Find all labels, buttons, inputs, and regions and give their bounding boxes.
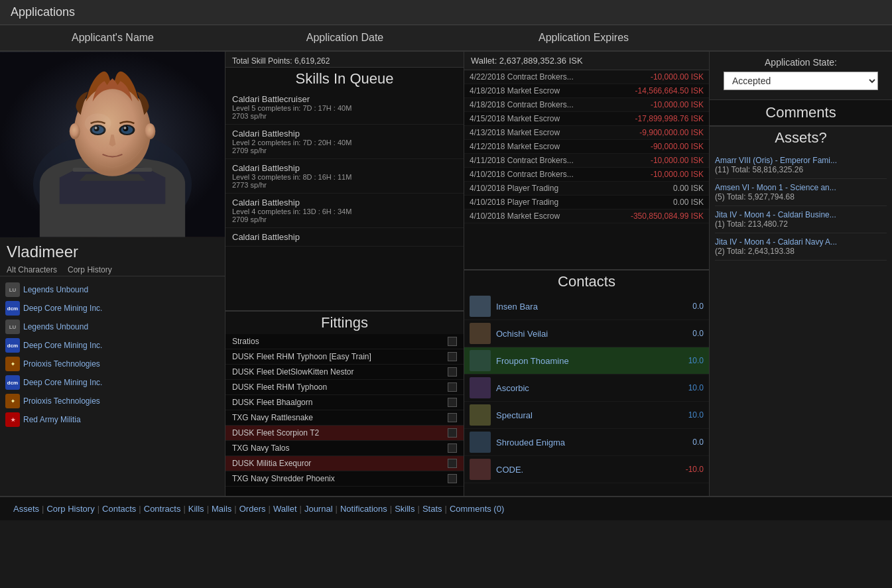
corp-link[interactable]: Deep Core Mining Inc. <box>23 304 102 313</box>
wallet-date: 4/11/2018 Contract Brokers... <box>470 156 574 165</box>
wallet-row: 4/10/2018 Player Trading0.00 ISK <box>464 196 709 209</box>
nav-link-notifications[interactable]: Notifications <box>340 504 387 514</box>
nav-link-corphistory[interactable]: Corp History <box>46 504 94 514</box>
contact-row[interactable]: Spectural10.0 <box>464 402 709 429</box>
fitting-checkbox[interactable] <box>448 382 457 392</box>
nav-separator: | <box>268 504 270 514</box>
contact-name: Ochishi Veilai <box>496 329 677 339</box>
fitting-checkbox[interactable] <box>448 459 457 468</box>
fitting-name: TXG Navy Rattlesnake <box>232 413 313 422</box>
nav-link-skills[interactable]: Skills <box>395 504 414 514</box>
fitting-checkbox[interactable] <box>448 352 457 361</box>
history-item: ✦Proioxis Technologies <box>4 355 221 373</box>
history-item: ★Red Army Militia <box>4 410 221 429</box>
wallet-amount: -9,900,000.00 ISK <box>639 128 704 137</box>
asset-location: Jita IV - Moon 4 - Caldari Navy A... <box>715 237 887 247</box>
asset-total: (1) Total: 213,480.72 <box>715 219 887 229</box>
contact-standing: 10.0 <box>677 383 704 392</box>
fitting-name: DUSK Fleet RHM Typhoon [Easy Train] <box>232 352 371 361</box>
nav-link-assets[interactable]: Assets <box>13 504 39 514</box>
wallet-date: 4/22/2018 Contract Brokers... <box>470 72 574 82</box>
skill-detail2: 2773 sp/hr <box>232 181 457 189</box>
right-panel: Wallet: 2,637,889,352.36 ISK 4/22/2018 C… <box>464 52 710 496</box>
corp-link[interactable]: Deep Core Mining Inc. <box>23 378 102 387</box>
asset-item: Amsen VI - Moon 1 - Science an...(5) Tot… <box>715 179 887 206</box>
asset-total: (2) Total: 2,643,193.38 <box>715 247 887 256</box>
fitting-checkbox[interactable] <box>448 474 457 483</box>
skill-detail2: 2703 sp/hr <box>232 112 457 120</box>
wallet-date: 4/10/2018 Player Trading <box>470 198 562 207</box>
fitting-item[interactable]: DUSK Fleet Bhaalgorn <box>225 395 464 410</box>
total-sp: Total Skill Points: 6,619,262 <box>232 56 330 66</box>
fitting-checkbox[interactable] <box>448 398 457 407</box>
corp-link[interactable]: Deep Core Mining Inc. <box>23 341 102 350</box>
wallet-row: 4/12/2018 Market Escrow-90,000.00 ISK <box>464 140 709 154</box>
fitting-item[interactable]: DUSK Fleet RHM Typhoon [Easy Train] <box>225 349 464 365</box>
nav-link-comments0[interactable]: Comments (0) <box>450 504 504 514</box>
wallet-amount: -350,850,084.99 ISK <box>631 211 704 221</box>
skills-list: Caldari BattlecruiserLevel 5 completes i… <box>225 90 464 310</box>
nav-link-contracts[interactable]: Contracts <box>144 504 181 514</box>
fitting-item[interactable]: Stratios <box>225 334 464 349</box>
wallet-row: 4/13/2018 Market Escrow-9,900,000.00 ISK <box>464 126 709 140</box>
contact-row[interactable]: Ascorbic10.0 <box>464 375 709 402</box>
contact-row[interactable]: CODE.-10.0 <box>464 456 709 483</box>
fitting-item[interactable]: DUSK Militia Exequror <box>225 456 464 471</box>
app-state-select[interactable]: AcceptedRejectedPending <box>724 72 878 90</box>
contacts-section: Contacts Insen Bara0.0Ochishi Veilai0.0F… <box>464 269 709 496</box>
asset-location: Jita IV - Moon 4 - Caldari Busine... <box>715 210 887 219</box>
history-item: dcmDeep Core Mining Inc. <box>4 336 221 355</box>
nav-link-stats[interactable]: Stats <box>422 504 442 514</box>
nav-separator: | <box>183 504 185 514</box>
wallet-row: 4/18/2018 Market Escrow-14,566,664.50 IS… <box>464 84 709 98</box>
history-item: dcmDeep Core Mining Inc. <box>4 299 221 318</box>
corp-link[interactable]: Red Army Militia <box>23 415 81 424</box>
contact-avatar <box>470 323 491 344</box>
wallet-row: 4/22/2018 Contract Brokers...-10,000.00 … <box>464 70 709 84</box>
nav-link-mails[interactable]: Mails <box>212 504 231 514</box>
contact-row[interactable]: Shrouded Enigma0.0 <box>464 429 709 456</box>
contacts-title: Contacts <box>464 269 709 293</box>
corp-link[interactable]: Legends Unbound <box>23 285 88 294</box>
corp-link[interactable]: Proioxis Technologies <box>23 359 100 369</box>
corp-link[interactable]: Legends Unbound <box>23 322 88 331</box>
col-header-expires: Application Expires <box>464 32 703 44</box>
avatar-area <box>0 52 225 237</box>
contact-standing: 10.0 <box>677 356 704 365</box>
skill-detail2: 2709 sp/hr <box>232 147 457 154</box>
corp-icon: ✦ <box>5 357 20 371</box>
contact-row[interactable]: Ochishi Veilai0.0 <box>464 320 709 347</box>
tab-corp-history[interactable]: Corp History <box>68 264 112 276</box>
fitting-item[interactable]: TXG Navy Shredder Phoenix <box>225 471 464 487</box>
contact-standing: 10.0 <box>677 410 704 420</box>
skill-detail1: Level 2 completes in: 7D : 20H : 40M <box>232 139 457 147</box>
nav-link-wallet[interactable]: Wallet <box>273 504 297 514</box>
alt-corp-tabs: Alt Characters Corp History <box>0 264 225 276</box>
fitting-checkbox[interactable] <box>448 443 457 453</box>
nav-separator: | <box>234 504 236 514</box>
fitting-item[interactable]: TXG Navy Rattlesnake <box>225 410 464 426</box>
contact-row[interactable]: Froupon Thoamine10.0 <box>464 347 709 375</box>
fitting-item[interactable]: TXG Navy Talos <box>225 441 464 456</box>
fitting-checkbox[interactable] <box>448 367 457 377</box>
skill-detail1: Level 5 completes in: 7D : 17H : 40M <box>232 104 457 112</box>
nav-link-orders[interactable]: Orders <box>239 504 266 514</box>
fitting-checkbox[interactable] <box>448 413 457 422</box>
nav-separator: | <box>139 504 141 514</box>
tab-alt-characters[interactable]: Alt Characters <box>7 264 57 276</box>
nav-link-journal[interactable]: Journal <box>304 504 333 514</box>
skill-item: Caldari Battleship <box>225 228 464 247</box>
fitting-checkbox[interactable] <box>448 337 457 346</box>
nav-link-kills[interactable]: Kills <box>188 504 204 514</box>
fitting-item[interactable]: DUSK Fleet RHM Typhoon <box>225 380 464 395</box>
contact-avatar <box>470 377 491 398</box>
wallet-row: 4/11/2018 Contract Brokers...-10,000.00 … <box>464 154 709 168</box>
fitting-checkbox[interactable] <box>448 428 457 438</box>
svg-point-13 <box>70 123 80 139</box>
contact-row[interactable]: Insen Bara0.0 <box>464 293 709 320</box>
fitting-item[interactable]: DUSK Fleet Scorpion T2 <box>225 426 464 441</box>
skill-item: Caldari BattleshipLevel 3 completes in: … <box>225 159 464 194</box>
nav-link-contacts[interactable]: Contacts <box>102 504 136 514</box>
fitting-item[interactable]: DUSK Fleet DietSlowKitten Nestor <box>225 365 464 380</box>
corp-link[interactable]: Proioxis Technologies <box>23 396 100 406</box>
